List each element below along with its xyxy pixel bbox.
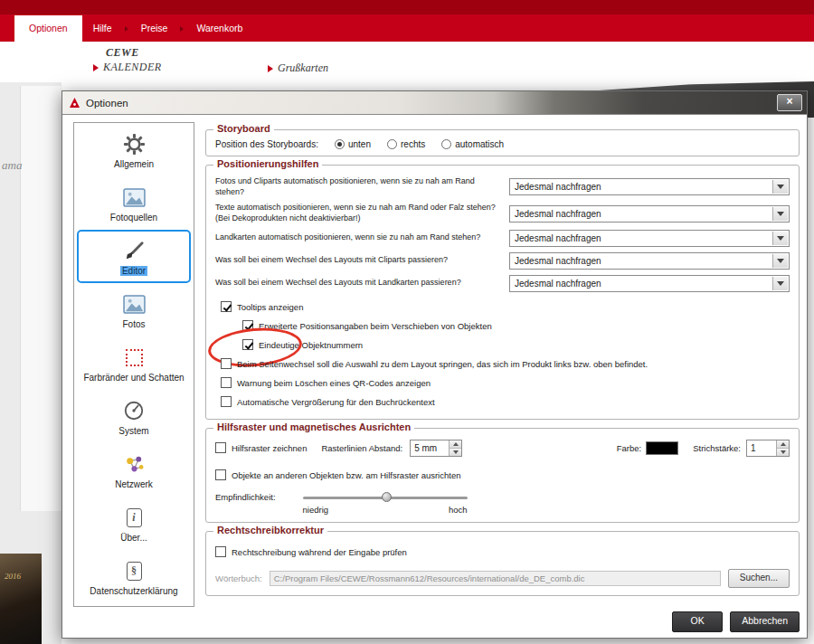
checkbox[interactable] xyxy=(215,546,226,557)
checkbox[interactable] xyxy=(221,377,232,388)
slider-track[interactable] xyxy=(303,497,468,499)
paragraph-icon xyxy=(127,557,142,584)
close-icon[interactable]: × xyxy=(777,94,802,111)
image-icon xyxy=(123,290,146,317)
positioning-row: Landkarten automatisch positionieren, we… xyxy=(215,230,790,247)
sensitivity-slider[interactable]: niedrig hoch xyxy=(303,492,468,515)
sidebar-item-label: Fotos xyxy=(120,319,147,329)
sidebar-item-ueber[interactable]: Über... xyxy=(77,497,191,550)
radio-icon[interactable] xyxy=(387,139,397,149)
cancel-button[interactable]: Abbrechen xyxy=(730,611,800,632)
dropdown-landkarten[interactable]: Jedesmal nachfragen xyxy=(509,230,790,247)
chevron-down-icon[interactable] xyxy=(772,180,788,194)
sidebar-item-system[interactable]: System xyxy=(77,390,191,443)
checkbox-row-ausrichten[interactable]: Objekte an anderen Objekten bzw. am Hilf… xyxy=(215,466,790,485)
spinner-down-icon[interactable] xyxy=(450,449,461,456)
sidebar-item-label: Allgemein xyxy=(112,159,156,169)
gauge-icon xyxy=(123,397,145,424)
slider-thumb[interactable] xyxy=(382,492,392,502)
brush-icon xyxy=(123,237,146,264)
sidebar-item-datenschutz[interactable]: Datenschutzerklärung xyxy=(77,550,191,603)
positioning-row: Fotos und Cliparts automatisch positioni… xyxy=(215,176,790,197)
dropdown-layout-landkarten[interactable]: Jedesmal nachfragen xyxy=(509,275,790,292)
tab-optionen[interactable]: Optionen xyxy=(14,15,82,42)
checkbox-hilfsraster[interactable]: Hilfsraster zeichnen xyxy=(215,442,307,453)
dialog-titlebar[interactable]: Optionen × xyxy=(62,91,807,115)
spinner-down-icon[interactable] xyxy=(777,449,789,456)
checkbox[interactable] xyxy=(221,358,232,369)
radio-rechts[interactable]: rechts xyxy=(387,139,425,149)
calendar-thumbnail-year: 2016 xyxy=(0,554,42,581)
color-swatch[interactable] xyxy=(646,441,678,455)
radio-automatisch[interactable]: automatisch xyxy=(441,139,504,149)
sidebar-item-fotoquellen[interactable]: Fotoquellen xyxy=(77,176,191,230)
ok-button[interactable]: OK xyxy=(672,611,723,632)
dropdown-texte[interactable]: Jedesmal nachfragen xyxy=(509,205,790,223)
chevron-down-icon[interactable] xyxy=(772,277,788,290)
app-header: CEWE KALENDER Grußkarten xyxy=(0,42,814,82)
checkbox-label: Rechtschreibung während der Eingabe prüf… xyxy=(232,547,407,557)
sidebar-item-editor[interactable]: Editor xyxy=(77,230,191,283)
breadcrumb-text: Grußkarten xyxy=(278,62,328,75)
sidebar-item-label: Editor xyxy=(120,266,147,276)
radio-icon[interactable] xyxy=(335,139,345,149)
sidebar-item-farbraender[interactable]: Farbränder und Schatten xyxy=(77,336,191,390)
menu-item-warenkorb[interactable]: Warenkorb xyxy=(185,15,253,42)
strichstaerke-spinner[interactable]: 1 xyxy=(746,440,790,457)
group-positionierungshilfen: Positionierungshilfen Fotos und Cliparts… xyxy=(205,165,800,420)
dropdown-fotos-cliparts[interactable]: Jedesmal nachfragen xyxy=(509,178,790,195)
checkbox-label: Objekte an anderen Objekten bzw. am Hilf… xyxy=(232,470,460,480)
info-icon xyxy=(127,504,142,531)
checkbox-row-objektnummern[interactable]: Eindeutige Objektnummern xyxy=(242,336,790,355)
dropdown-value: Jedesmal nachfragen xyxy=(510,209,601,219)
row-label: Landkarten automatisch positionieren, we… xyxy=(215,232,509,243)
menu-separator-icon xyxy=(125,26,128,32)
spinner-up-icon[interactable] xyxy=(450,440,461,449)
rasterlinien-label: Rasterlinien Abstand: xyxy=(321,443,402,453)
radio-label: rechts xyxy=(401,139,425,149)
spinner-value: 1 xyxy=(747,440,776,456)
sidebar-item-label: Farbränder und Schatten xyxy=(81,373,185,383)
checkbox[interactable] xyxy=(215,442,226,453)
checkbox[interactable] xyxy=(215,469,226,480)
row-label: Was soll bei einem Wechsel des Layouts m… xyxy=(215,278,509,289)
sidebar-item-netzwerk[interactable]: Netzwerk xyxy=(77,443,191,497)
dropdown-layout-cliparts[interactable]: Jedesmal nachfragen xyxy=(509,252,790,270)
sidebar-item-allgemein[interactable]: Allgemein xyxy=(77,123,191,176)
checkbox-row-seitenwechsel[interactable]: Beim Seitenwechsel soll die Auswahl zu d… xyxy=(221,355,790,374)
top-dark-strip xyxy=(0,0,814,14)
calendar-thumbnail[interactable]: 2016 xyxy=(0,554,42,644)
checkbox-label: Beim Seitenwechsel soll die Auswahl zu d… xyxy=(237,359,648,369)
checkbox-row-tooltips[interactable]: Tooltips anzeigen xyxy=(221,298,790,317)
radio-unten[interactable]: unten xyxy=(335,139,371,149)
radio-label: automatisch xyxy=(455,139,504,149)
sidebar-item-fotos[interactable]: Fotos xyxy=(77,283,191,336)
menu-item-hilfe[interactable]: Hilfe xyxy=(82,15,123,42)
rasterlinien-spinner[interactable]: 5 mm xyxy=(410,440,462,457)
group-title: Storyboard xyxy=(213,123,274,134)
group-title: Positionierungshilfen xyxy=(213,158,322,169)
spinner-up-icon[interactable] xyxy=(777,440,789,449)
checkbox[interactable] xyxy=(242,320,253,331)
breadcrumb[interactable]: Grußkarten xyxy=(268,62,328,75)
checkbox-row-positionsangaben[interactable]: Erweiterte Positionsangaben beim Verschi… xyxy=(242,317,790,336)
checkbox-row-buchruecken[interactable]: Automatische Vergrößerung für den Buchrü… xyxy=(221,393,790,412)
dictionary-path-field[interactable]: C:/Program Files/CEWE/Rossmann612/Resour… xyxy=(270,571,721,586)
suchen-button[interactable]: Suchen... xyxy=(728,569,790,588)
checkbox-row-rechtschreibung[interactable]: Rechtschreibung während der Eingabe prüf… xyxy=(215,543,790,562)
spinner-value: 5 mm xyxy=(411,440,449,456)
chevron-down-icon[interactable] xyxy=(772,254,788,268)
brand-logo: CEWE KALENDER xyxy=(93,46,162,74)
checkbox-row-qr-warnung[interactable]: Warnung beim Löschen eines QR-Codes anze… xyxy=(221,374,790,393)
checkbox[interactable] xyxy=(221,396,232,407)
checkbox[interactable] xyxy=(242,339,253,350)
checkbox[interactable] xyxy=(221,301,232,312)
menu-item-preise[interactable]: Preise xyxy=(130,15,179,42)
sidebar-item-label: System xyxy=(117,426,150,436)
chevron-down-icon[interactable] xyxy=(772,232,788,245)
group-hilfsraster: Hilfsraster und magnetisches Ausrichten … xyxy=(205,428,800,523)
radio-icon[interactable] xyxy=(441,139,451,149)
chevron-down-icon[interactable] xyxy=(772,207,788,221)
background-left-strip: ama 2016 xyxy=(0,82,62,644)
top-menu-bar: Optionen Hilfe Preise Warenkorb xyxy=(0,0,814,42)
